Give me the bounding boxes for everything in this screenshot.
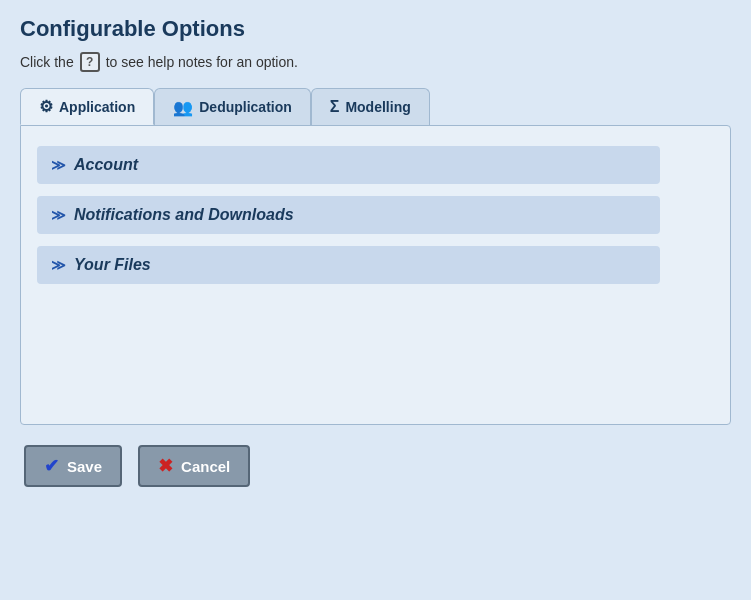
save-label: Save xyxy=(67,458,102,475)
section-row-notifications: ≫ Notifications and Downloads xyxy=(37,196,714,234)
section-label-notifications: Notifications and Downloads xyxy=(74,206,294,224)
deduplication-tab-icon: 👥 xyxy=(173,98,193,117)
tab-application[interactable]: ⚙ Application xyxy=(20,88,154,125)
save-button[interactable]: ✔ Save xyxy=(24,445,122,487)
chevron-icon-account: ≫ xyxy=(51,157,66,173)
section-header-your-files[interactable]: ≫ Your Files xyxy=(37,246,660,284)
tabs-container: ⚙ Application 👥 Deduplication Σ Modellin… xyxy=(20,88,731,125)
modelling-tab-label: Modelling xyxy=(345,99,410,115)
section-row-your-files: ≫ Your Files xyxy=(37,246,714,284)
modelling-tab-icon: Σ xyxy=(330,98,340,116)
page-title: Configurable Options xyxy=(20,16,731,42)
help-text: Click the ? to see help notes for an opt… xyxy=(20,52,731,72)
section-label-account: Account xyxy=(74,156,138,174)
section-header-notifications[interactable]: ≫ Notifications and Downloads xyxy=(37,196,660,234)
section-label-your-files: Your Files xyxy=(74,256,151,274)
chevron-icon-your-files: ≫ xyxy=(51,257,66,273)
help-prefix: Click the xyxy=(20,54,74,70)
help-icon[interactable]: ? xyxy=(80,52,100,72)
cancel-icon: ✖ xyxy=(158,455,173,477)
save-icon: ✔ xyxy=(44,455,59,477)
tab-deduplication[interactable]: 👥 Deduplication xyxy=(154,88,311,125)
deduplication-tab-label: Deduplication xyxy=(199,99,292,115)
application-tab-icon: ⚙ xyxy=(39,97,53,116)
footer-buttons: ✔ Save ✖ Cancel xyxy=(20,445,731,487)
tab-modelling[interactable]: Σ Modelling xyxy=(311,88,430,125)
chevron-icon-notifications: ≫ xyxy=(51,207,66,223)
section-header-account[interactable]: ≫ Account xyxy=(37,146,660,184)
application-tab-label: Application xyxy=(59,99,135,115)
help-suffix: to see help notes for an option. xyxy=(106,54,298,70)
section-row-account: ≫ Account xyxy=(37,146,714,184)
cancel-button[interactable]: ✖ Cancel xyxy=(138,445,250,487)
tab-content-area: ≫ Account ≫ Notifications and Downloads … xyxy=(20,125,731,425)
cancel-label: Cancel xyxy=(181,458,230,475)
